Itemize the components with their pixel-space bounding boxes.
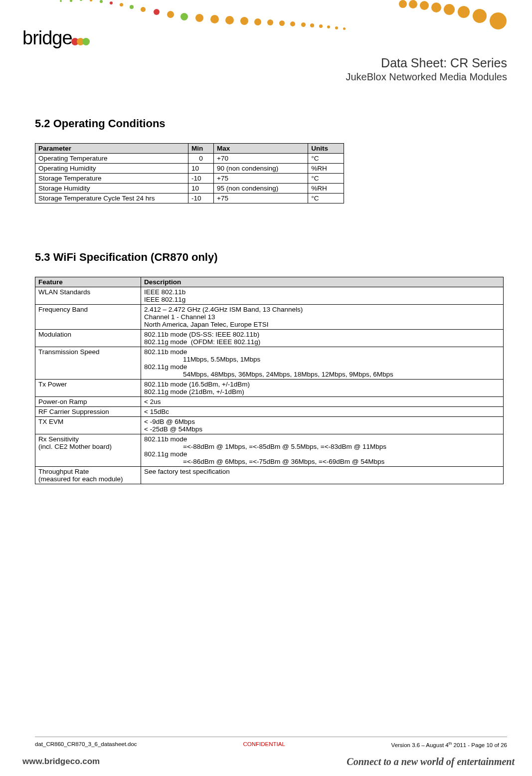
cell-description: 2.412 – 2.472 GHz (2.4GHz ISM Band, 13 C… xyxy=(141,305,504,330)
title-block: Data Sheet: CR Series JukeBlox Networked… xyxy=(346,56,508,83)
table-row: Operating Humidity 1090 (non condensing)… xyxy=(35,164,344,174)
section-heading-5-3: 5.3 WiFi Specification (CR870 only) xyxy=(35,251,507,264)
cell: Storage Temperature Cycle Test 24 hrs xyxy=(35,194,188,203)
table-header-row: Parameter Min Max Units xyxy=(35,144,344,154)
footer-brand: www.bridgeco.com Connect to a new world … xyxy=(22,754,515,769)
title-main: Data Sheet: CR Series xyxy=(346,56,508,70)
cell: 95 (non condensing) xyxy=(214,184,308,194)
col-header: Units xyxy=(308,144,344,154)
table-wifi-spec: Feature Description WLAN StandardsIEEE 8… xyxy=(35,277,504,484)
cell-feature: Rx Sensitivity (incl. CE2 Mother board) xyxy=(35,434,141,467)
cell: Storage Humidity xyxy=(35,184,188,194)
table-header-row: Feature Description xyxy=(35,277,504,287)
cell: %RH xyxy=(308,184,344,194)
cell: 10 xyxy=(188,164,213,174)
cell: 0 xyxy=(188,154,213,164)
footer: dat_CR860_CR870_3_6_datasheet.doc CONFID… xyxy=(35,741,507,748)
table-row: WLAN StandardsIEEE 802.11b IEEE 802.11g xyxy=(35,287,504,305)
logo: bridge xyxy=(22,27,89,50)
col-header: Feature xyxy=(35,277,141,287)
table-row: Storage Temperature-10+75°C xyxy=(35,174,344,184)
page: bridge Data Sheet: CR Series JukeBlox Ne… xyxy=(0,0,532,776)
cell: +75 xyxy=(214,174,308,184)
table-row: Frequency Band2.412 – 2.472 GHz (2.4GHz … xyxy=(35,305,504,330)
col-header: Parameter xyxy=(35,144,188,154)
table-row: Power-on Ramp< 2us xyxy=(35,397,504,407)
cell: °C xyxy=(308,154,344,164)
cell-description: 802.11b mode (DS-SS: IEEE 802.11b) 802.1… xyxy=(141,330,504,347)
cell: 10 xyxy=(188,184,213,194)
footer-doc: dat_CR860_CR870_3_6_datasheet.doc xyxy=(35,741,137,748)
cell: +75 xyxy=(214,194,308,203)
table-row: RF Carrier Suppression< 15dBc xyxy=(35,407,504,417)
col-header: Min xyxy=(188,144,213,154)
cell-description: < -9dB @ 6Mbps < -25dB @ 54Mbps xyxy=(141,417,504,434)
footer-url: www.bridgeco.com xyxy=(22,757,100,767)
cell-feature: WLAN Standards xyxy=(35,287,141,305)
table-row: Storage Humidity 1095 (non condensing)%R… xyxy=(35,184,344,194)
cell-description: IEEE 802.11b IEEE 802.11g xyxy=(141,287,504,305)
table-operating-conditions: Parameter Min Max Units Operating Temper… xyxy=(35,143,344,203)
cell-description: 802.11b mode (16.5dBm, +/-1dBm) 802.11g … xyxy=(141,380,504,397)
cell: Operating Humidity xyxy=(35,164,188,174)
footer-version: Version 3.6 – August 4th 2011 - Page 10 … xyxy=(391,741,507,748)
footer-confidential: CONFIDENTIAL xyxy=(243,741,285,748)
cell: -10 xyxy=(188,194,213,203)
title-sub: JukeBlox Networked Media Modules xyxy=(346,71,508,83)
col-header: Max xyxy=(214,144,308,154)
footer-divider xyxy=(35,737,507,737)
table-row: Tx Power802.11b mode (16.5dBm, +/-1dBm) … xyxy=(35,380,504,397)
cell-description: 802.11b mode=<-88dBm @ 1Mbps, =<-85dBm @… xyxy=(141,434,504,467)
cell-description: 802.11b mode11Mbps, 5.5Mbps, 1Mbps802.11… xyxy=(141,347,504,380)
col-header: Description xyxy=(141,277,504,287)
cell-feature: RF Carrier Suppression xyxy=(35,407,141,417)
cell-feature: TX EVM xyxy=(35,417,141,434)
cell-feature: Power-on Ramp xyxy=(35,397,141,407)
table-row: TX EVM< -9dB @ 6Mbps < -25dB @ 54Mbps xyxy=(35,417,504,434)
cell-feature: Frequency Band xyxy=(35,305,141,330)
cell-description: See factory test specification xyxy=(141,467,504,484)
cell: °C xyxy=(308,194,344,203)
section-heading-5-2: 5.2 Operating Conditions xyxy=(35,117,507,130)
cell-description: < 15dBc xyxy=(141,407,504,417)
table-row: Modulation802.11b mode (DS-SS: IEEE 802.… xyxy=(35,330,504,347)
table-row: Operating Temperature 0+70°C xyxy=(35,154,344,164)
table-row: Transmission Speed802.11b mode11Mbps, 5.… xyxy=(35,347,504,380)
table-row: Storage Temperature Cycle Test 24 hrs-10… xyxy=(35,194,344,203)
cell: Storage Temperature xyxy=(35,174,188,184)
table-row: Throughput Rate (measured for each modul… xyxy=(35,467,504,484)
cell-description: < 2us xyxy=(141,397,504,407)
cell: %RH xyxy=(308,164,344,174)
table-row: Rx Sensitivity (incl. CE2 Mother board)8… xyxy=(35,434,504,467)
cell: +70 xyxy=(214,154,308,164)
cell-feature: Modulation xyxy=(35,330,141,347)
cell: Operating Temperature xyxy=(35,154,188,164)
cell-feature: Tx Power xyxy=(35,380,141,397)
cell: °C xyxy=(308,174,344,184)
cell: 90 (non condensing) xyxy=(214,164,308,174)
footer-tagline: Connect to a new world of entertainment xyxy=(347,756,515,768)
cell: -10 xyxy=(188,174,213,184)
cell-feature: Throughput Rate (measured for each modul… xyxy=(35,467,141,484)
cell-feature: Transmission Speed xyxy=(35,347,141,380)
